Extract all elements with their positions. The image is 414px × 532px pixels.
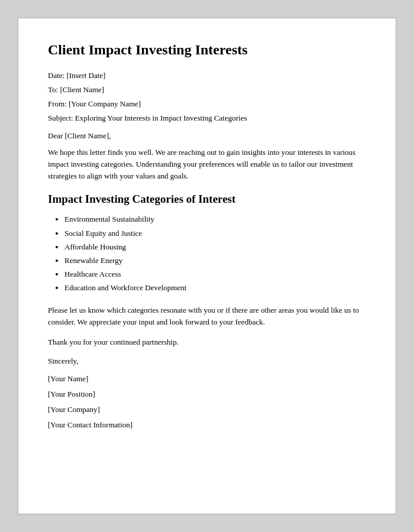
subject-line: Subject: Exploring Your Interests in Imp…: [48, 113, 366, 123]
categories-list: Environmental Sustainability Social Equi…: [64, 214, 366, 293]
thank-you: Thank you for your continued partnership…: [48, 338, 366, 347]
list-item: Environmental Sustainability: [64, 214, 366, 225]
sign-off: Sincerely,: [48, 356, 366, 366]
signature-position: [Your Position]: [48, 390, 366, 399]
signature-contact: [Your Contact Information]: [48, 420, 366, 430]
salutation: Dear [Client Name],: [48, 131, 366, 141]
from-line: From: [Your Company Name]: [48, 99, 366, 109]
document-title: Client Impact Investing Interests: [48, 42, 366, 58]
intro-paragraph: We hope this letter finds you well. We a…: [48, 147, 366, 182]
document-container: Client Impact Investing Interests Date: …: [18, 18, 396, 514]
list-item: Social Equity and Justice: [64, 228, 366, 239]
to-line: To: [Client Name]: [48, 85, 366, 95]
signature-name: [Your Name]: [48, 374, 366, 384]
list-item: Education and Workforce Development: [64, 283, 366, 293]
signature-company: [Your Company]: [48, 405, 366, 414]
list-item: Renewable Energy: [64, 255, 366, 266]
list-item: Affordable Housing: [64, 242, 366, 252]
list-item: Healthcare Access: [64, 269, 366, 280]
closing-paragraph: Please let us know which categories reso…: [48, 304, 366, 328]
date-line: Date: [Insert Date]: [48, 71, 366, 80]
section-heading: Impact Investing Categories of Interest: [48, 193, 366, 206]
